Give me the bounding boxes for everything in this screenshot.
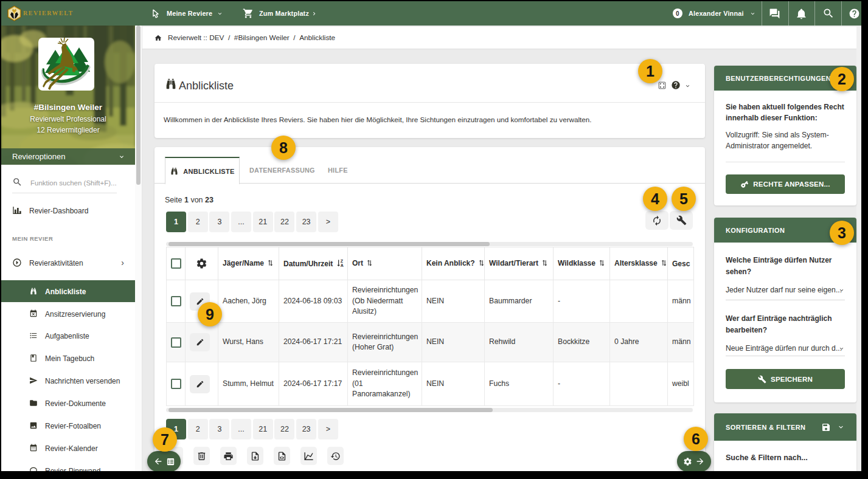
svg-text:A: A <box>341 263 344 267</box>
svg-text:Z: Z <box>341 258 343 263</box>
